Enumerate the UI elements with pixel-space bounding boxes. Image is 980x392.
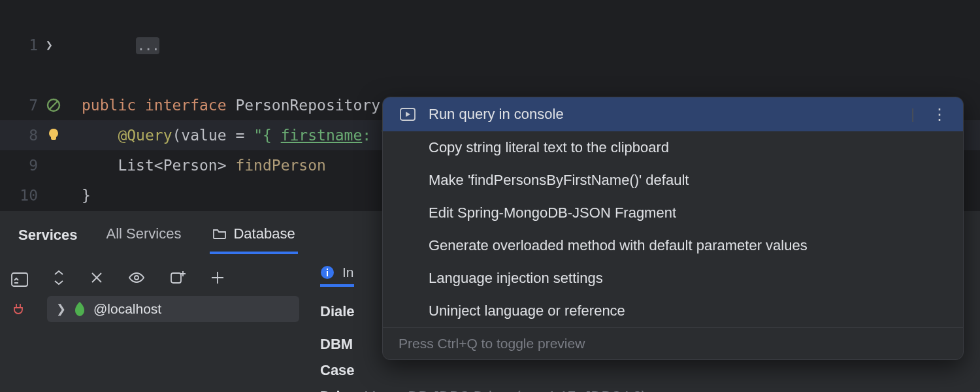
- run-console-icon: [400, 108, 416, 121]
- tab-all-services[interactable]: All Services: [104, 220, 184, 254]
- popup-item-label: Make 'findPersonsByFirstName()' default: [429, 172, 947, 189]
- popup-item[interactable]: Uninject language or reference: [383, 295, 963, 327]
- popup-item-label: Language injection settings: [429, 270, 947, 287]
- details-tab[interactable]: In: [320, 265, 354, 287]
- toolwindow-sidebar: [0, 258, 39, 392]
- plug-disconnect-icon[interactable]: [11, 301, 28, 318]
- code-line: 1 ❯ ...: [0, 0, 980, 90]
- popup-item-label: Copy string literal text to the clipboar…: [429, 139, 947, 156]
- svg-rect-2: [12, 273, 27, 286]
- line-number: 9: [0, 150, 46, 180]
- popup-item[interactable]: Generate overloaded method with default …: [383, 229, 963, 262]
- popup-item-label: Edit Spring-MongoDB-JSON Fragment: [429, 204, 947, 221]
- no-entry-icon: [46, 97, 61, 113]
- fold-indicator[interactable]: ...: [136, 37, 159, 54]
- svg-rect-6: [327, 271, 328, 276]
- toolwindow-title: Services: [18, 221, 78, 253]
- tree-node-label: @localhost: [93, 301, 161, 317]
- plus-icon[interactable]: [210, 270, 225, 285]
- kebab-icon[interactable]: ⋮: [932, 105, 947, 123]
- popup-item-label: Uninject language or reference: [429, 302, 947, 319]
- popup-item-run-query[interactable]: Run query in console | ⋮: [383, 97, 963, 131]
- line-number: 7: [0, 90, 46, 120]
- info-icon: [320, 265, 335, 280]
- popup-item-label: Generate overloaded method with default …: [429, 237, 947, 254]
- eye-icon[interactable]: [128, 271, 145, 284]
- popup-item[interactable]: Language injection settings: [383, 262, 963, 295]
- console-icon[interactable]: [11, 272, 28, 287]
- folder-icon: [212, 228, 227, 240]
- mongodb-leaf-icon: [74, 301, 86, 317]
- expand-collapse-icon[interactable]: [52, 270, 65, 286]
- tab-database[interactable]: Database: [210, 220, 297, 254]
- line-number: 8: [0, 120, 46, 150]
- popup-hint: Press Ctrl+Q to toggle preview: [383, 327, 963, 359]
- code-text[interactable]: List<Person> findPerson: [82, 150, 326, 180]
- line-number: 10: [0, 180, 46, 210]
- svg-line-1: [50, 101, 57, 109]
- svg-rect-4: [171, 273, 181, 283]
- popup-item[interactable]: Copy string literal text to the clipboar…: [383, 131, 963, 164]
- popup-item[interactable]: Edit Spring-MongoDB-JSON Fragment: [383, 197, 963, 229]
- svg-rect-7: [327, 269, 328, 270]
- tree-toolbar: [39, 266, 307, 296]
- chevron-right-icon[interactable]: ❯: [46, 30, 53, 60]
- chevron-right-icon: ❯: [56, 302, 66, 316]
- lightbulb-icon[interactable]: [46, 127, 61, 143]
- svg-point-3: [135, 276, 139, 280]
- popup-item-label: Run query in console: [429, 106, 894, 123]
- intention-popup: Run query in console | ⋮ Copy string lit…: [382, 97, 964, 360]
- toolwindow-tree: ❯ @localhost: [39, 258, 307, 392]
- popup-item[interactable]: Make 'findPersonsByFirstName()' default: [383, 164, 963, 197]
- tree-node-localhost[interactable]: ❯ @localhost: [47, 296, 299, 322]
- new-session-icon[interactable]: [170, 270, 186, 286]
- code-text[interactable]: }: [82, 180, 91, 210]
- line-number: 1: [0, 30, 46, 60]
- close-icon[interactable]: [90, 271, 103, 284]
